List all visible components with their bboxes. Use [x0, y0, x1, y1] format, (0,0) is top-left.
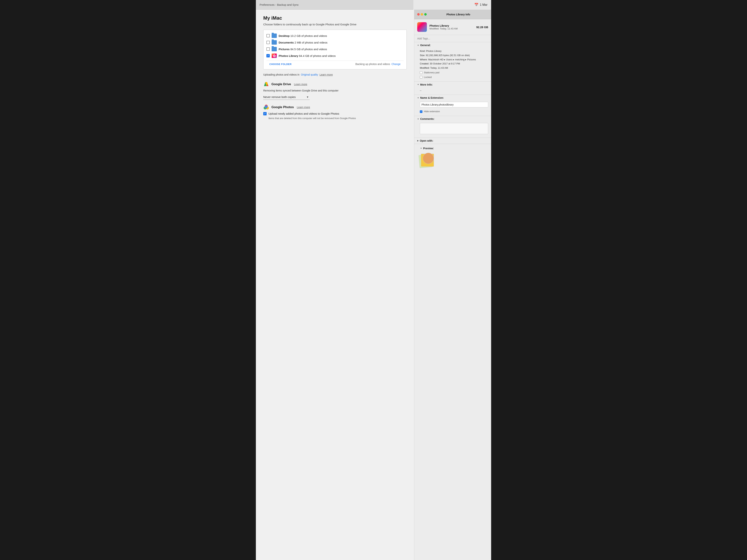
- upload-checkbox-row: Upload newly added photos and videos to …: [263, 112, 407, 115]
- modified-value: Today, 11:43 AM: [430, 66, 448, 69]
- hide-extension-row: Hide extension: [420, 110, 488, 113]
- general-section-body: Kind: Photos Library Size: 92,282,686,92…: [414, 48, 491, 81]
- change-link[interactable]: Change: [391, 62, 401, 65]
- photos-library-checkbox[interactable]: [266, 54, 270, 57]
- original-quality-link[interactable]: Original quality: [301, 73, 318, 76]
- right-title-bar: Photos Library Info: [414, 10, 491, 19]
- collapse-triangle-icon: ▼: [417, 83, 419, 85]
- more-info-body: --: [414, 87, 491, 95]
- stationery-checkbox[interactable]: [420, 71, 422, 74]
- calendar-icon: 📅: [474, 3, 479, 7]
- comments-textarea[interactable]: [420, 123, 488, 134]
- name-extension-label: Name & Extension:: [420, 96, 444, 99]
- hide-extension-checkbox[interactable]: [420, 110, 422, 113]
- quality-line: Uploading photos and videos in Original …: [263, 73, 407, 76]
- preview-header[interactable]: ▼ Preview:: [417, 145, 488, 151]
- preview-images: [417, 153, 488, 167]
- more-info-value: --: [420, 89, 421, 92]
- library-icon-large: [417, 22, 427, 32]
- gphotos-name: Google Photos: [272, 105, 294, 109]
- upload-checkbox[interactable]: [263, 112, 266, 115]
- stationery-row: Stationery pad: [420, 71, 488, 75]
- comments-body: [414, 122, 491, 138]
- open-with-label: Open with:: [420, 139, 433, 142]
- folder-icon: [272, 33, 277, 38]
- gdrive-learn-more-link[interactable]: Learn more: [294, 83, 307, 86]
- list-item: Pictures 84.5 GB of photos and videos: [266, 46, 404, 52]
- photos-library-icon: 🌸: [272, 54, 277, 58]
- list-item: Documents 2 MB of photos and videos: [266, 39, 404, 46]
- library-modified: Modified: Today, 11:43 AM: [430, 27, 474, 30]
- gdrive-remove-dropdown[interactable]: Never remove both copiesRemove from comp…: [263, 94, 310, 100]
- gdrive-name: Google Drive: [272, 82, 291, 86]
- folder-label: Pictures 84.5 GB of photos and videos: [279, 48, 327, 51]
- preview-section: ▼ Preview:: [414, 144, 491, 169]
- items-deleted-note: Items that are deleted from this compute…: [263, 117, 407, 119]
- google-drive-section: Google Drive Learn more Removing items s…: [263, 81, 407, 100]
- gdrive-header: Google Drive Learn more: [263, 81, 407, 87]
- svg-point-9: [265, 105, 268, 108]
- learn-more-link-1[interactable]: Learn more: [319, 73, 333, 76]
- library-name: Photos Library: [430, 24, 474, 27]
- expand-triangle-icon: ▶: [417, 140, 419, 142]
- desktop-checkbox[interactable]: [266, 34, 270, 37]
- info-row: Modified: Today, 11:43 AM: [420, 66, 488, 70]
- right-window-title: Photos Library Info: [429, 13, 488, 16]
- tags-input[interactable]: [417, 37, 488, 40]
- size-label: Size:: [420, 54, 425, 57]
- collapse-triangle-icon: ▼: [417, 44, 419, 46]
- gphotos-header: Google Photos Learn more: [263, 104, 407, 110]
- kind-value: Photos Library: [426, 50, 441, 52]
- info-row: Where: Macintosh HD ▸ Users ▸ meiching ▸…: [420, 58, 488, 62]
- general-section-header[interactable]: ▼ General:: [414, 42, 491, 48]
- comments-header[interactable]: ▼ Comments:: [414, 116, 491, 122]
- open-with-section: ▶ Open with:: [414, 138, 491, 144]
- gdrive-description: Removing items synced between Google Dri…: [263, 89, 407, 92]
- hide-extension-label: Hide extension: [424, 110, 440, 113]
- info-row: Size: 92,282,686,925 bytes (92.51 GB on …: [420, 54, 488, 57]
- gdrive-dropdown-container: Never remove both copiesRemove from comp…: [263, 94, 310, 100]
- locked-checkbox[interactable]: [420, 76, 422, 79]
- zoom-button[interactable]: [424, 13, 427, 16]
- gphotos-learn-more-link[interactable]: Learn more: [297, 106, 310, 109]
- preferences-panel: Preferences - Backup and Sync My iMac Ch…: [256, 0, 414, 560]
- pictures-checkbox[interactable]: [266, 47, 270, 51]
- folder-label: Photos Library 84.4 GB of photos and vid…: [279, 54, 336, 57]
- filename-input[interactable]: [420, 102, 488, 107]
- where-label: Where:: [420, 58, 428, 61]
- locked-row: Locked: [420, 75, 488, 79]
- more-info-header[interactable]: ▼ More Info:: [414, 82, 491, 87]
- open-with-header[interactable]: ▶ Open with:: [414, 138, 491, 144]
- comments-section: ▼ Comments:: [414, 116, 491, 138]
- library-header: Photos Library Modified: Today, 11:43 AM…: [414, 19, 491, 35]
- backup-status-text: Backing up photos and videos Change: [355, 62, 401, 65]
- folder-icon: [272, 47, 277, 51]
- google-photos-icon: [263, 104, 269, 110]
- minimize-button[interactable]: [421, 13, 423, 16]
- info-row: Created: 30 October 2017 at 9:17 PM: [420, 62, 488, 66]
- name-extension-body: Hide extension: [414, 101, 491, 116]
- library-info: Photos Library Modified: Today, 11:43 AM: [430, 24, 474, 30]
- upload-label: Upload newly added photos and videos to …: [268, 112, 339, 115]
- info-panel: Photos Library Info Photos Library Modif…: [414, 0, 491, 560]
- google-photos-section: Google Photos Learn more Upload newly ad…: [263, 104, 407, 119]
- folder-selection-box: Desktop 10.2 GB of photos and videos Doc…: [263, 30, 407, 70]
- where-value: Macintosh HD ▸ Users ▸ meiching ▸ Pictur…: [428, 58, 476, 61]
- preview-label: Preview:: [423, 147, 434, 150]
- left-title-bar: Preferences - Backup and Sync: [256, 0, 414, 10]
- documents-checkbox[interactable]: [266, 41, 270, 44]
- close-button[interactable]: [417, 13, 420, 16]
- kind-label: Kind:: [420, 50, 426, 52]
- name-extension-section: ▼ Name & Extension: Hide extension: [414, 95, 491, 116]
- traffic-lights: [417, 13, 427, 16]
- choose-folder-button[interactable]: CHOOSE FOLDER: [269, 63, 292, 65]
- modified-label: Modified:: [420, 66, 430, 69]
- size-value: 92,282,686,925 bytes (92.51 GB on disk): [426, 54, 470, 57]
- tags-row: [414, 35, 491, 42]
- list-item: Desktop 10.2 GB of photos and videos: [266, 32, 404, 39]
- right-content: Photos Library Modified: Today, 11:43 AM…: [414, 19, 491, 169]
- general-header-label: General:: [420, 44, 431, 47]
- folder-icon: [272, 40, 277, 45]
- name-extension-header[interactable]: ▼ Name & Extension:: [414, 95, 491, 101]
- library-size: 92.28 GB: [476, 26, 488, 29]
